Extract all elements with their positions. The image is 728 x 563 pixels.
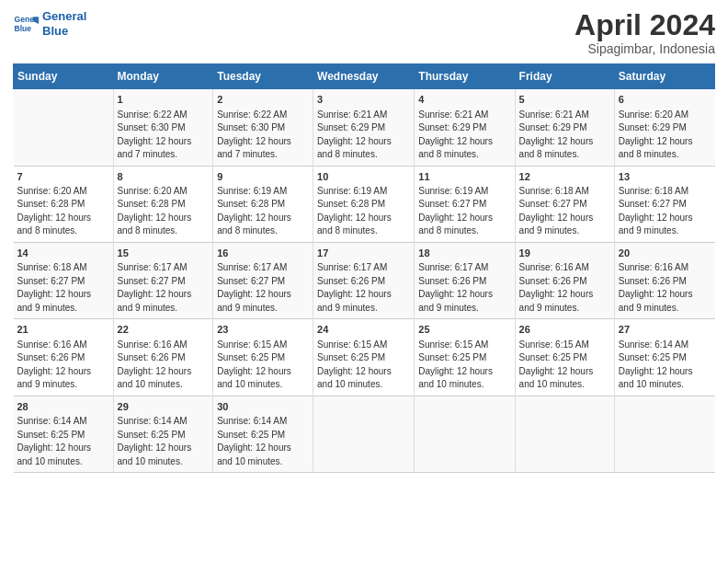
cell-info: Sunrise: 6:14 AMSunset: 6:25 PMDaylight:… bbox=[118, 415, 210, 468]
cell-info: Sunrise: 6:15 AMSunset: 6:25 PMDaylight:… bbox=[519, 339, 610, 392]
day-header-wednesday: Wednesday bbox=[313, 64, 415, 89]
calendar-cell: 15Sunrise: 6:17 AMSunset: 6:27 PMDayligh… bbox=[113, 242, 213, 318]
calendar-cell: 26Sunrise: 6:15 AMSunset: 6:25 PMDayligh… bbox=[515, 319, 614, 396]
calendar-cell: 10Sunrise: 6:19 AMSunset: 6:28 PMDayligh… bbox=[313, 166, 415, 242]
day-number: 20 bbox=[619, 247, 711, 260]
week-row-1: 1Sunrise: 6:22 AMSunset: 6:30 PMDaylight… bbox=[14, 89, 715, 166]
cell-info: Sunrise: 6:15 AMSunset: 6:25 PMDaylight:… bbox=[217, 339, 309, 392]
calendar-cell: 3Sunrise: 6:21 AMSunset: 6:29 PMDaylight… bbox=[313, 89, 415, 166]
header-row: SundayMondayTuesdayWednesdayThursdayFrid… bbox=[14, 64, 715, 89]
cell-info: Sunrise: 6:17 AMSunset: 6:26 PMDaylight:… bbox=[418, 261, 510, 315]
week-row-3: 14Sunrise: 6:18 AMSunset: 6:27 PMDayligh… bbox=[14, 242, 715, 318]
day-number: 25 bbox=[418, 323, 510, 337]
calendar-cell: 20Sunrise: 6:16 AMSunset: 6:26 PMDayligh… bbox=[614, 242, 714, 318]
calendar-cell bbox=[415, 396, 515, 472]
calendar-cell: 13Sunrise: 6:18 AMSunset: 6:27 PMDayligh… bbox=[614, 166, 714, 242]
day-number: 15 bbox=[118, 247, 210, 260]
day-number: 22 bbox=[118, 323, 210, 337]
day-number: 12 bbox=[519, 170, 610, 184]
day-header-saturday: Saturday bbox=[614, 64, 714, 89]
calendar-cell: 7Sunrise: 6:20 AMSunset: 6:28 PMDaylight… bbox=[14, 166, 114, 242]
calendar-cell: 18Sunrise: 6:17 AMSunset: 6:26 PMDayligh… bbox=[415, 242, 515, 318]
cell-info: Sunrise: 6:16 AMSunset: 6:26 PMDaylight:… bbox=[118, 339, 210, 392]
day-number: 9 bbox=[217, 170, 309, 184]
calendar-cell bbox=[313, 396, 415, 472]
calendar-table: SundayMondayTuesdayWednesdayThursdayFrid… bbox=[13, 63, 715, 473]
day-number: 29 bbox=[118, 400, 210, 414]
calendar-cell: 24Sunrise: 6:15 AMSunset: 6:25 PMDayligh… bbox=[313, 319, 415, 396]
logo-general: General bbox=[42, 9, 86, 24]
calendar-cell: 4Sunrise: 6:21 AMSunset: 6:29 PMDaylight… bbox=[415, 89, 515, 166]
day-number: 7 bbox=[17, 170, 109, 184]
header: General Blue General Blue April 2024 Sip… bbox=[13, 9, 715, 56]
calendar-cell bbox=[614, 396, 714, 472]
day-number: 16 bbox=[217, 247, 309, 260]
day-header-tuesday: Tuesday bbox=[213, 64, 313, 89]
day-number: 30 bbox=[217, 400, 309, 414]
cell-info: Sunrise: 6:20 AMSunset: 6:28 PMDaylight:… bbox=[118, 185, 210, 238]
week-row-2: 7Sunrise: 6:20 AMSunset: 6:28 PMDaylight… bbox=[14, 166, 715, 242]
cell-info: Sunrise: 6:18 AMSunset: 6:27 PMDaylight:… bbox=[519, 185, 610, 238]
cell-info: Sunrise: 6:14 AMSunset: 6:25 PMDaylight:… bbox=[217, 415, 309, 468]
cell-info: Sunrise: 6:15 AMSunset: 6:25 PMDaylight:… bbox=[418, 339, 510, 392]
day-number: 3 bbox=[317, 93, 410, 107]
cell-info: Sunrise: 6:15 AMSunset: 6:25 PMDaylight:… bbox=[317, 339, 410, 392]
cell-info: Sunrise: 6:17 AMSunset: 6:27 PMDaylight:… bbox=[118, 261, 210, 315]
day-number: 23 bbox=[217, 323, 309, 337]
day-header-friday: Friday bbox=[515, 64, 614, 89]
day-number: 28 bbox=[17, 400, 109, 414]
cell-info: Sunrise: 6:18 AMSunset: 6:27 PMDaylight:… bbox=[619, 185, 711, 238]
calendar-cell: 5Sunrise: 6:21 AMSunset: 6:29 PMDaylight… bbox=[515, 89, 614, 166]
logo-blue: Blue bbox=[42, 24, 86, 39]
day-number: 27 bbox=[619, 323, 711, 337]
day-header-thursday: Thursday bbox=[415, 64, 515, 89]
calendar-cell: 30Sunrise: 6:14 AMSunset: 6:25 PMDayligh… bbox=[213, 396, 313, 472]
title-block: April 2024 Sipagimbar, Indonesia bbox=[574, 9, 715, 56]
day-number: 8 bbox=[118, 170, 210, 184]
cell-info: Sunrise: 6:20 AMSunset: 6:28 PMDaylight:… bbox=[17, 185, 109, 238]
calendar-cell: 19Sunrise: 6:16 AMSunset: 6:26 PMDayligh… bbox=[515, 242, 614, 318]
cell-info: Sunrise: 6:18 AMSunset: 6:27 PMDaylight:… bbox=[17, 261, 109, 315]
calendar-cell: 6Sunrise: 6:20 AMSunset: 6:29 PMDaylight… bbox=[614, 89, 714, 166]
logo-icon: General Blue bbox=[13, 11, 39, 37]
calendar-cell: 23Sunrise: 6:15 AMSunset: 6:25 PMDayligh… bbox=[213, 319, 313, 396]
calendar-cell bbox=[515, 396, 614, 472]
day-number: 6 bbox=[619, 93, 711, 107]
day-header-monday: Monday bbox=[113, 64, 213, 89]
cell-info: Sunrise: 6:16 AMSunset: 6:26 PMDaylight:… bbox=[519, 261, 610, 315]
week-row-4: 21Sunrise: 6:16 AMSunset: 6:26 PMDayligh… bbox=[14, 319, 715, 396]
calendar-cell: 21Sunrise: 6:16 AMSunset: 6:26 PMDayligh… bbox=[14, 319, 114, 396]
day-number: 2 bbox=[217, 93, 309, 107]
day-header-sunday: Sunday bbox=[14, 64, 114, 89]
day-number: 1 bbox=[118, 93, 210, 107]
calendar-cell: 1Sunrise: 6:22 AMSunset: 6:30 PMDaylight… bbox=[113, 89, 213, 166]
cell-info: Sunrise: 6:22 AMSunset: 6:30 PMDaylight:… bbox=[118, 109, 210, 162]
calendar-cell: 9Sunrise: 6:19 AMSunset: 6:28 PMDaylight… bbox=[213, 166, 313, 242]
day-number: 24 bbox=[317, 323, 410, 337]
day-number: 19 bbox=[519, 247, 610, 260]
cell-info: Sunrise: 6:21 AMSunset: 6:29 PMDaylight:… bbox=[317, 109, 410, 162]
main-title: April 2024 bbox=[574, 9, 715, 41]
calendar-cell: 17Sunrise: 6:17 AMSunset: 6:26 PMDayligh… bbox=[313, 242, 415, 318]
cell-info: Sunrise: 6:14 AMSunset: 6:25 PMDaylight:… bbox=[17, 415, 109, 468]
calendar-cell: 8Sunrise: 6:20 AMSunset: 6:28 PMDaylight… bbox=[113, 166, 213, 242]
cell-info: Sunrise: 6:17 AMSunset: 6:26 PMDaylight:… bbox=[317, 261, 410, 315]
subtitle: Sipagimbar, Indonesia bbox=[574, 41, 715, 56]
cell-info: Sunrise: 6:22 AMSunset: 6:30 PMDaylight:… bbox=[217, 109, 309, 162]
week-row-5: 28Sunrise: 6:14 AMSunset: 6:25 PMDayligh… bbox=[14, 396, 715, 472]
calendar-cell: 27Sunrise: 6:14 AMSunset: 6:25 PMDayligh… bbox=[614, 319, 714, 396]
calendar-cell: 11Sunrise: 6:19 AMSunset: 6:27 PMDayligh… bbox=[415, 166, 515, 242]
cell-info: Sunrise: 6:21 AMSunset: 6:29 PMDaylight:… bbox=[418, 109, 510, 162]
cell-info: Sunrise: 6:16 AMSunset: 6:26 PMDaylight:… bbox=[17, 339, 109, 392]
calendar-cell: 2Sunrise: 6:22 AMSunset: 6:30 PMDaylight… bbox=[213, 89, 313, 166]
calendar-cell: 28Sunrise: 6:14 AMSunset: 6:25 PMDayligh… bbox=[14, 396, 114, 472]
cell-info: Sunrise: 6:21 AMSunset: 6:29 PMDaylight:… bbox=[519, 109, 610, 162]
cell-info: Sunrise: 6:19 AMSunset: 6:27 PMDaylight:… bbox=[418, 185, 510, 238]
cell-info: Sunrise: 6:16 AMSunset: 6:26 PMDaylight:… bbox=[619, 261, 711, 315]
day-number: 11 bbox=[418, 170, 510, 184]
calendar-cell: 22Sunrise: 6:16 AMSunset: 6:26 PMDayligh… bbox=[113, 319, 213, 396]
cell-info: Sunrise: 6:19 AMSunset: 6:28 PMDaylight:… bbox=[217, 185, 309, 238]
svg-text:Blue: Blue bbox=[15, 23, 32, 32]
day-number: 18 bbox=[418, 247, 510, 260]
calendar-cell: 16Sunrise: 6:17 AMSunset: 6:27 PMDayligh… bbox=[213, 242, 313, 318]
